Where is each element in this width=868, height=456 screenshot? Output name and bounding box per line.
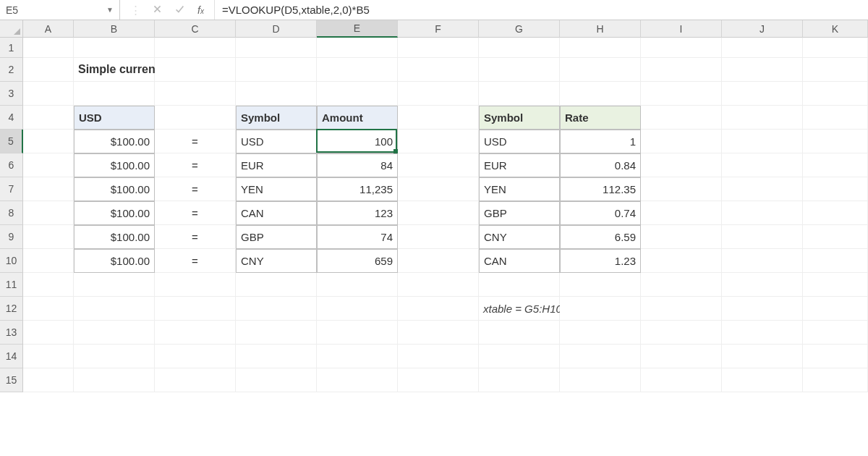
cell-B10[interactable]: $100.00 — [74, 249, 155, 273]
cell-J12[interactable] — [722, 297, 803, 321]
cell-A12[interactable] — [23, 297, 74, 321]
name-box[interactable]: E5 ▼ — [0, 0, 120, 20]
cell-B12[interactable] — [74, 297, 155, 321]
cell-J15[interactable] — [722, 368, 803, 392]
cell-D14[interactable] — [236, 345, 317, 368]
cell-H10[interactable]: 1.23 — [560, 249, 641, 273]
cell-G6[interactable]: EUR — [479, 153, 560, 177]
cell-I6[interactable] — [641, 153, 722, 177]
cell-H6[interactable]: 0.84 — [560, 153, 641, 177]
cell-F10[interactable] — [398, 249, 479, 273]
cell-G8[interactable]: GBP — [479, 201, 560, 225]
cell-G4[interactable]: Symbol — [479, 106, 560, 130]
cell-B14[interactable] — [74, 345, 155, 368]
cell-D2[interactable] — [236, 58, 317, 82]
cell-K8[interactable] — [803, 201, 868, 225]
cell-I11[interactable] — [641, 273, 722, 297]
cell-C8[interactable]: = — [155, 201, 236, 225]
row-header-2[interactable]: 2 — [0, 58, 23, 82]
cell-J1[interactable] — [722, 38, 803, 58]
cell-G3[interactable] — [479, 82, 560, 106]
cell-H4[interactable]: Rate — [560, 106, 641, 130]
row-header-13[interactable]: 13 — [0, 321, 23, 345]
row-header-10[interactable]: 10 — [0, 249, 23, 273]
col-header-A[interactable]: A — [23, 20, 74, 38]
cell-J9[interactable] — [722, 225, 803, 249]
cell-J8[interactable] — [722, 201, 803, 225]
cell-D15[interactable] — [236, 368, 317, 392]
cell-G12[interactable]: xtable = G5:H10 — [479, 297, 560, 321]
cell-D7[interactable]: YEN — [236, 177, 317, 201]
cell-K12[interactable] — [803, 297, 868, 321]
cell-D11[interactable] — [236, 273, 317, 297]
cell-B13[interactable] — [74, 321, 155, 345]
col-header-K[interactable]: K — [803, 20, 868, 38]
cell-F6[interactable] — [398, 153, 479, 177]
row-header-4[interactable]: 4 — [0, 106, 23, 130]
cell-C11[interactable] — [155, 273, 236, 297]
cell-E10[interactable]: 659 — [317, 249, 398, 273]
cell-K15[interactable] — [803, 368, 868, 392]
cell-E11[interactable] — [317, 273, 398, 297]
cell-K6[interactable] — [803, 153, 868, 177]
cell-D1[interactable] — [236, 38, 317, 58]
row-header-9[interactable]: 9 — [0, 225, 23, 249]
formula-input[interactable]: =VLOOKUP(D5,xtable,2,0)*B5 — [215, 0, 868, 20]
cell-B3[interactable] — [74, 82, 155, 106]
cell-J3[interactable] — [722, 82, 803, 106]
cell-D8[interactable]: CAN — [236, 201, 317, 225]
cell-A4[interactable] — [23, 106, 74, 130]
cell-C1[interactable] — [155, 38, 236, 58]
cell-F9[interactable] — [398, 225, 479, 249]
cell-A8[interactable] — [23, 201, 74, 225]
cell-F2[interactable] — [398, 58, 479, 82]
row-header-5[interactable]: 5 — [0, 130, 23, 153]
cell-C2[interactable] — [155, 58, 236, 82]
cell-B4[interactable]: USD — [74, 106, 155, 130]
cell-F11[interactable] — [398, 273, 479, 297]
col-header-I[interactable]: I — [641, 20, 722, 38]
cell-J2[interactable] — [722, 58, 803, 82]
cell-A6[interactable] — [23, 153, 74, 177]
cell-J13[interactable] — [722, 321, 803, 345]
cell-H15[interactable] — [560, 368, 641, 392]
cell-K11[interactable] — [803, 273, 868, 297]
cell-A7[interactable] — [23, 177, 74, 201]
cell-I7[interactable] — [641, 177, 722, 201]
cell-G14[interactable] — [479, 345, 560, 368]
col-header-E[interactable]: E — [317, 20, 398, 38]
col-header-B[interactable]: B — [74, 20, 155, 38]
cell-F8[interactable] — [398, 201, 479, 225]
row-header-11[interactable]: 11 — [0, 273, 23, 297]
row-header-8[interactable]: 8 — [0, 201, 23, 225]
cell-G9[interactable]: CNY — [479, 225, 560, 249]
cell-B8[interactable]: $100.00 — [74, 201, 155, 225]
cell-F7[interactable] — [398, 177, 479, 201]
cell-E8[interactable]: 123 — [317, 201, 398, 225]
cell-H5[interactable]: 1 — [560, 130, 641, 153]
cell-H2[interactable] — [560, 58, 641, 82]
cell-I1[interactable] — [641, 38, 722, 58]
cell-I15[interactable] — [641, 368, 722, 392]
row-header-6[interactable]: 6 — [0, 153, 23, 177]
cell-C9[interactable]: = — [155, 225, 236, 249]
cell-C15[interactable] — [155, 368, 236, 392]
row-header-3[interactable]: 3 — [0, 82, 23, 106]
enter-icon[interactable] — [175, 4, 184, 16]
cell-K13[interactable] — [803, 321, 868, 345]
cell-G13[interactable] — [479, 321, 560, 345]
cell-K14[interactable] — [803, 345, 868, 368]
cell-I3[interactable] — [641, 82, 722, 106]
cell-C12[interactable] — [155, 297, 236, 321]
cell-E4[interactable]: Amount — [317, 106, 398, 130]
cell-I14[interactable] — [641, 345, 722, 368]
cell-K2[interactable] — [803, 58, 868, 82]
cell-C4[interactable] — [155, 106, 236, 130]
cell-J14[interactable] — [722, 345, 803, 368]
cell-K7[interactable] — [803, 177, 868, 201]
cell-C10[interactable]: = — [155, 249, 236, 273]
chevron-down-icon[interactable]: ▼ — [106, 6, 114, 14]
cell-C5[interactable]: = — [155, 130, 236, 153]
cell-J10[interactable] — [722, 249, 803, 273]
cell-A5[interactable] — [23, 130, 74, 153]
